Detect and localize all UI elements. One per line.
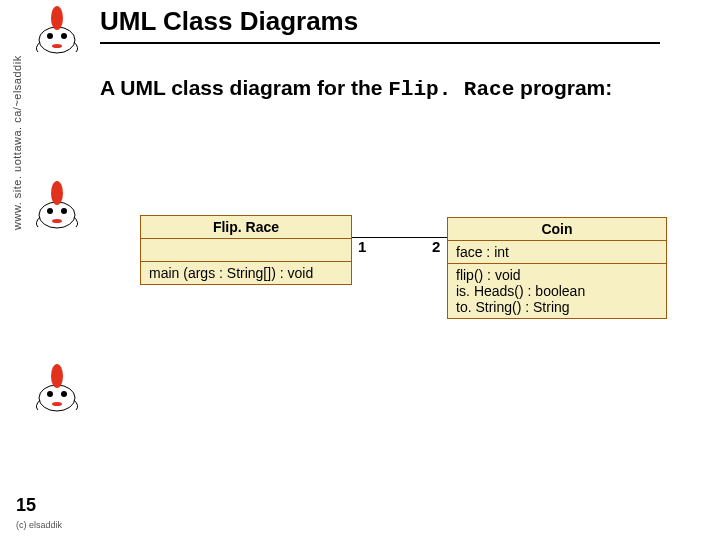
svg-point-8 (51, 181, 63, 205)
multiplicity-right: 2 (432, 238, 440, 255)
svg-point-9 (52, 219, 62, 223)
class-method: flip() : void (456, 267, 658, 283)
subtitle-prefix: A UML class diagram for the (100, 76, 388, 99)
class-method: main (args : String[]) : void (141, 261, 351, 284)
svg-point-6 (47, 208, 53, 214)
svg-point-0 (39, 27, 75, 53)
class-name: Flip. Race (141, 216, 351, 238)
copyright: (c) elsaddik (16, 520, 62, 530)
svg-point-7 (61, 208, 67, 214)
class-methods: flip() : void is. Heads() : boolean to. … (448, 263, 666, 318)
svg-point-14 (52, 402, 62, 406)
page-title: UML Class Diagrams (100, 6, 358, 37)
page-number: 15 (16, 495, 36, 516)
svg-point-1 (47, 33, 53, 39)
class-name: Coin (448, 218, 666, 240)
class-attributes (141, 238, 351, 261)
svg-point-4 (52, 44, 62, 48)
svg-point-12 (61, 391, 67, 397)
title-underline (100, 42, 660, 44)
uml-class-fliprace: Flip. Race main (args : String[]) : void (140, 215, 352, 285)
subtitle: A UML class diagram for the Flip. Race p… (100, 76, 612, 101)
java-mascot-icon (30, 175, 84, 231)
svg-point-5 (39, 202, 75, 228)
title-wrap: UML Class Diagrams (100, 6, 358, 37)
subtitle-code: Flip. Race (388, 78, 514, 101)
sidebar-url: www. site. uottawa. ca/~elsaddik (11, 55, 23, 230)
svg-point-13 (51, 364, 63, 388)
subtitle-suffix: program: (514, 76, 612, 99)
class-method: to. String() : String (456, 299, 658, 315)
java-mascot-icon (30, 0, 84, 56)
multiplicity-left: 1 (358, 238, 366, 255)
svg-point-10 (39, 385, 75, 411)
class-method: is. Heads() : boolean (456, 283, 658, 299)
java-mascot-icon (30, 358, 84, 414)
class-attribute: face : int (448, 240, 666, 263)
uml-class-coin: Coin face : int flip() : void is. Heads(… (447, 217, 667, 319)
svg-point-2 (61, 33, 67, 39)
svg-point-11 (47, 391, 53, 397)
svg-point-3 (51, 6, 63, 30)
slide: UML Class Diagrams www. site. uottawa. c… (0, 0, 720, 540)
